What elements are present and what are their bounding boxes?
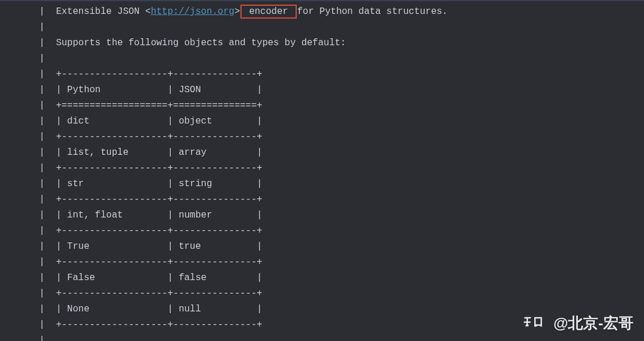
table-header: | | Python | JSON |: [34, 85, 262, 95]
table-sep: | +-------------------+---------------+: [34, 257, 262, 267]
table-sep-eq: | +===================+===============+: [34, 100, 262, 111]
pipe-line: |: [34, 0, 45, 1]
table-row: | | str | string |: [34, 179, 262, 189]
table-sep: | +-------------------+---------------+: [34, 288, 262, 299]
table-row: | | None | null |: [34, 304, 262, 314]
table-row: | | False | false |: [34, 273, 262, 283]
table-sep: | +-------------------+---------------+: [34, 132, 262, 142]
pipe-line: |: [34, 22, 45, 32]
table-row: | | list, tuple | array |: [34, 147, 262, 158]
json-org-link[interactable]: http://json.org: [151, 6, 235, 17]
pipe-line: |: [34, 335, 45, 341]
pipe-line: |: [34, 53, 45, 64]
table-row: | | dict | object |: [34, 116, 262, 126]
supports-line: | Supports the following objects and typ…: [34, 38, 346, 48]
docstring-block: | | Extensible JSON <http://json.org> en…: [0, 0, 644, 341]
editor-viewport: | | Extensible JSON <http://json.org> en…: [0, 0, 644, 341]
highlighted-encoder: encoder: [240, 5, 296, 19]
zhihu-icon: [520, 315, 549, 332]
table-row: | | int, float | number |: [34, 210, 262, 220]
table-sep: | +-------------------+---------------+: [34, 320, 262, 330]
intro-post: for Python data structures.: [297, 6, 448, 17]
intro-line: | Extensible JSON <http://json.org> enco…: [34, 6, 448, 17]
table-sep: | +-------------------+---------------+: [34, 163, 262, 173]
table-sep: | +-------------------+---------------+: [34, 69, 262, 79]
intro-pre: | Extensible JSON <: [34, 6, 151, 17]
watermark-text: @北京-宏哥: [553, 315, 634, 331]
table-sep: | +-------------------+---------------+: [34, 226, 262, 236]
table-sep: | +-------------------+---------------+: [34, 194, 262, 205]
watermark: @北京-宏哥: [520, 315, 634, 332]
table-row: | | True | true |: [34, 241, 262, 252]
intro-mid: >: [235, 6, 240, 17]
